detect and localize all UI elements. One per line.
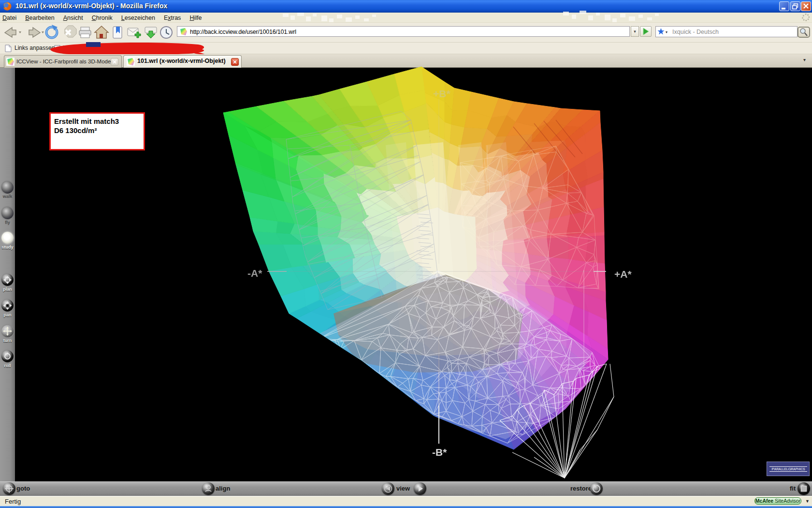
svg-text:+B*: +B*: [433, 88, 450, 99]
svg-text:-B*: -B*: [432, 447, 447, 458]
svg-text:+A*: +A*: [614, 269, 632, 280]
svg-text:-A*: -A*: [247, 268, 262, 279]
